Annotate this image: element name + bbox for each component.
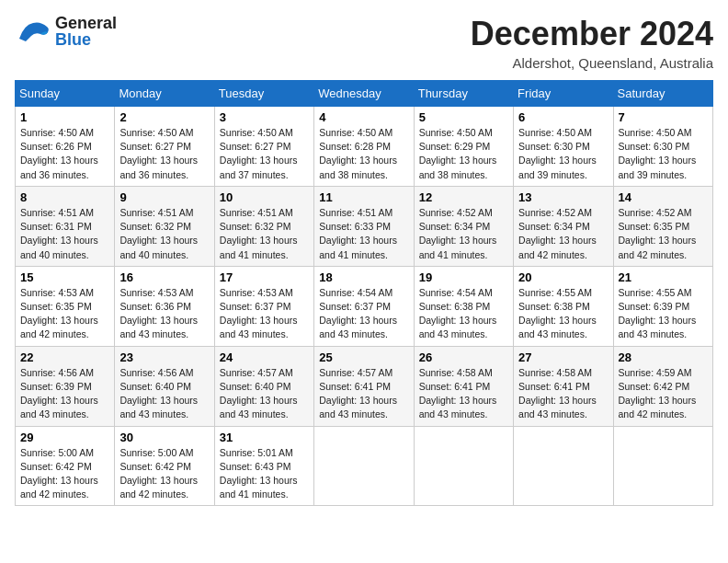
day-number: 2 [119, 110, 209, 124]
col-friday: Friday [514, 81, 613, 107]
day-cell: 25 Sunrise: 4:57 AMSunset: 6:41 PMDaylig… [314, 346, 414, 426]
day-info: Sunrise: 4:54 AMSunset: 6:37 PMDaylight:… [319, 287, 397, 340]
day-info: Sunrise: 4:51 AMSunset: 6:32 PMDaylight:… [220, 207, 298, 260]
day-cell: 19 Sunrise: 4:54 AMSunset: 6:38 PMDaylig… [414, 266, 513, 346]
day-info: Sunrise: 4:58 AMSunset: 6:41 PMDaylight:… [518, 367, 597, 420]
day-number: 18 [319, 270, 408, 284]
day-number: 10 [220, 190, 309, 204]
empty-day-cell [314, 426, 414, 506]
empty-day-cell [414, 426, 513, 506]
day-info: Sunrise: 4:59 AMSunset: 6:42 PMDaylight:… [619, 367, 697, 420]
day-cell: 23 Sunrise: 4:56 AMSunset: 6:40 PMDaylig… [115, 346, 214, 426]
day-info: Sunrise: 4:50 AMSunset: 6:27 PMDaylight:… [119, 127, 198, 180]
day-cell: 6 Sunrise: 4:50 AMSunset: 6:30 PMDayligh… [514, 107, 613, 187]
calendar-title: December 2024 Aldershot, Queensland, Aus… [471, 15, 713, 71]
day-number: 6 [518, 110, 608, 124]
day-number: 14 [619, 190, 708, 204]
day-cell: 3 Sunrise: 4:50 AMSunset: 6:27 PMDayligh… [214, 107, 313, 187]
day-number: 24 [220, 350, 309, 364]
day-number: 4 [319, 110, 408, 124]
day-cell: 30 Sunrise: 5:00 AMSunset: 6:42 PMDaylig… [115, 426, 214, 506]
day-info: Sunrise: 4:51 AMSunset: 6:32 PMDaylight:… [119, 207, 198, 260]
day-cell: 24 Sunrise: 4:57 AMSunset: 6:40 PMDaylig… [214, 346, 313, 426]
day-number: 7 [619, 110, 708, 124]
day-number: 17 [220, 270, 309, 284]
logo-general: General [55, 15, 117, 31]
day-cell: 16 Sunrise: 4:53 AMSunset: 6:36 PMDaylig… [115, 266, 214, 346]
day-info: Sunrise: 4:53 AMSunset: 6:36 PMDaylight:… [119, 287, 198, 340]
day-info: Sunrise: 5:00 AMSunset: 6:42 PMDaylight:… [20, 447, 98, 500]
calendar-week-row: 15 Sunrise: 4:53 AMSunset: 6:35 PMDaylig… [16, 266, 713, 346]
day-number: 23 [119, 350, 209, 364]
col-tuesday: Tuesday [214, 81, 313, 107]
day-cell: 31 Sunrise: 5:01 AMSunset: 6:43 PMDaylig… [214, 426, 313, 506]
calendar-week-row: 29 Sunrise: 5:00 AMSunset: 6:42 PMDaylig… [16, 426, 713, 506]
logo: General Blue [15, 15, 117, 48]
day-number: 22 [20, 350, 109, 364]
day-cell: 27 Sunrise: 4:58 AMSunset: 6:41 PMDaylig… [514, 346, 613, 426]
day-info: Sunrise: 4:52 AMSunset: 6:34 PMDaylight:… [518, 207, 597, 260]
day-info: Sunrise: 4:50 AMSunset: 6:30 PMDaylight:… [518, 127, 597, 180]
day-cell: 2 Sunrise: 4:50 AMSunset: 6:27 PMDayligh… [115, 107, 214, 187]
day-info: Sunrise: 4:50 AMSunset: 6:26 PMDaylight:… [20, 127, 98, 180]
day-number: 16 [119, 270, 209, 284]
day-info: Sunrise: 4:54 AMSunset: 6:38 PMDaylight:… [419, 287, 497, 340]
day-info: Sunrise: 4:52 AMSunset: 6:34 PMDaylight:… [419, 207, 497, 260]
day-number: 28 [619, 350, 708, 364]
col-thursday: Thursday [414, 81, 513, 107]
empty-day-cell [514, 426, 613, 506]
day-cell: 21 Sunrise: 4:55 AMSunset: 6:39 PMDaylig… [613, 266, 712, 346]
day-number: 11 [319, 190, 408, 204]
logo-bird-icon [15, 16, 51, 48]
page-header: General Blue December 2024 Aldershot, Qu… [15, 15, 713, 71]
day-cell: 17 Sunrise: 4:53 AMSunset: 6:37 PMDaylig… [214, 266, 313, 346]
day-info: Sunrise: 4:52 AMSunset: 6:35 PMDaylight:… [619, 207, 697, 260]
day-number: 3 [220, 110, 309, 124]
day-info: Sunrise: 4:58 AMSunset: 6:41 PMDaylight:… [419, 367, 497, 420]
day-number: 15 [20, 270, 109, 284]
day-cell: 9 Sunrise: 4:51 AMSunset: 6:32 PMDayligh… [115, 186, 214, 266]
day-cell: 11 Sunrise: 4:51 AMSunset: 6:33 PMDaylig… [314, 186, 414, 266]
day-cell: 15 Sunrise: 4:53 AMSunset: 6:35 PMDaylig… [16, 266, 115, 346]
day-info: Sunrise: 4:57 AMSunset: 6:40 PMDaylight:… [220, 367, 298, 420]
calendar-week-row: 1 Sunrise: 4:50 AMSunset: 6:26 PMDayligh… [16, 107, 713, 187]
day-cell: 13 Sunrise: 4:52 AMSunset: 6:34 PMDaylig… [514, 186, 613, 266]
day-number: 8 [20, 190, 109, 204]
day-cell: 14 Sunrise: 4:52 AMSunset: 6:35 PMDaylig… [613, 186, 712, 266]
day-cell: 12 Sunrise: 4:52 AMSunset: 6:34 PMDaylig… [414, 186, 513, 266]
col-monday: Monday [115, 81, 214, 107]
logo-text: General Blue [55, 15, 117, 48]
day-info: Sunrise: 4:56 AMSunset: 6:40 PMDaylight:… [119, 367, 198, 420]
day-number: 21 [619, 270, 708, 284]
day-number: 5 [419, 110, 508, 124]
day-info: Sunrise: 4:55 AMSunset: 6:39 PMDaylight:… [619, 287, 697, 340]
day-cell: 10 Sunrise: 4:51 AMSunset: 6:32 PMDaylig… [214, 186, 313, 266]
day-info: Sunrise: 5:00 AMSunset: 6:42 PMDaylight:… [119, 447, 198, 500]
day-info: Sunrise: 4:56 AMSunset: 6:39 PMDaylight:… [20, 367, 98, 420]
day-info: Sunrise: 4:50 AMSunset: 6:27 PMDaylight:… [220, 127, 298, 180]
month-year-title: December 2024 [471, 15, 713, 53]
day-cell: 5 Sunrise: 4:50 AMSunset: 6:29 PMDayligh… [414, 107, 513, 187]
day-info: Sunrise: 4:50 AMSunset: 6:30 PMDaylight:… [619, 127, 697, 180]
day-number: 9 [119, 190, 209, 204]
day-info: Sunrise: 4:55 AMSunset: 6:38 PMDaylight:… [518, 287, 597, 340]
day-number: 31 [220, 431, 309, 444]
day-info: Sunrise: 5:01 AMSunset: 6:43 PMDaylight:… [220, 447, 298, 500]
day-number: 26 [419, 350, 508, 364]
day-info: Sunrise: 4:50 AMSunset: 6:28 PMDaylight:… [319, 127, 397, 180]
day-number: 20 [518, 270, 608, 284]
day-number: 25 [319, 350, 408, 364]
day-cell: 26 Sunrise: 4:58 AMSunset: 6:41 PMDaylig… [414, 346, 513, 426]
day-cell: 18 Sunrise: 4:54 AMSunset: 6:37 PMDaylig… [314, 266, 414, 346]
day-info: Sunrise: 4:50 AMSunset: 6:29 PMDaylight:… [419, 127, 497, 180]
logo-blue: Blue [55, 31, 117, 48]
calendar-header-row: Sunday Monday Tuesday Wednesday Thursday… [16, 81, 713, 107]
day-number: 13 [518, 190, 608, 204]
day-info: Sunrise: 4:51 AMSunset: 6:31 PMDaylight:… [20, 207, 98, 260]
empty-day-cell [613, 426, 712, 506]
day-info: Sunrise: 4:51 AMSunset: 6:33 PMDaylight:… [319, 207, 397, 260]
calendar-week-row: 8 Sunrise: 4:51 AMSunset: 6:31 PMDayligh… [16, 186, 713, 266]
day-cell: 28 Sunrise: 4:59 AMSunset: 6:42 PMDaylig… [613, 346, 712, 426]
col-wednesday: Wednesday [314, 81, 414, 107]
col-sunday: Sunday [16, 81, 115, 107]
